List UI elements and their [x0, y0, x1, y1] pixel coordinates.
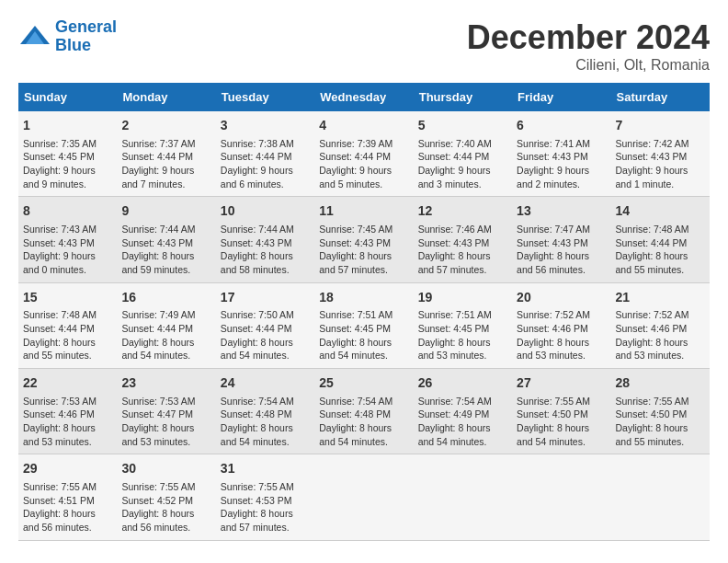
calendar-cell: 9 Sunrise: 7:44 AM Sunset: 4:43 PM Dayli… [117, 197, 215, 282]
sunset-label: Sunset: 4:50 PM [517, 408, 588, 419]
sunset-label: Sunset: 4:45 PM [23, 151, 95, 162]
calendar-cell: 29 Sunrise: 7:55 AM Sunset: 4:51 PM Dayl… [18, 454, 117, 540]
day-number: 23 [121, 374, 210, 393]
calendar-cell: 3 Sunrise: 7:38 AM Sunset: 4:44 PM Dayli… [216, 111, 314, 197]
sunrise-label: Sunrise: 7:42 AM [616, 138, 689, 149]
day-number: 19 [418, 289, 507, 307]
calendar-cell [414, 454, 512, 540]
location-title: Cilieni, Olt, Romania [467, 57, 710, 74]
day-number: 27 [517, 374, 606, 393]
sunset-label: Sunset: 4:43 PM [418, 237, 490, 248]
day-number: 18 [319, 289, 408, 307]
day-number: 12 [418, 202, 507, 221]
sunrise-label: Sunrise: 7:48 AM [616, 224, 689, 235]
calendar-cell [611, 454, 710, 540]
day-number: 30 [121, 460, 210, 478]
sunrise-label: Sunrise: 7:48 AM [23, 309, 97, 320]
col-sunday: Sunday [18, 83, 117, 111]
daylight-label: Daylight: 8 hours and 55 minutes. [616, 250, 688, 275]
daylight-label: Daylight: 8 hours and 56 minutes. [517, 250, 589, 275]
sunrise-label: Sunrise: 7:51 AM [418, 309, 492, 320]
sunrise-label: Sunrise: 7:45 AM [319, 224, 392, 235]
day-number: 11 [319, 202, 408, 221]
month-title: December 2024 [467, 18, 710, 57]
calendar-cell: 12 Sunrise: 7:46 AM Sunset: 4:43 PM Dayl… [414, 197, 512, 282]
daylight-label: Daylight: 8 hours and 54 minutes. [319, 337, 392, 362]
day-number: 10 [221, 202, 310, 221]
calendar-cell: 26 Sunrise: 7:54 AM Sunset: 4:49 PM Dayl… [414, 369, 512, 454]
calendar-cell: 8 Sunrise: 7:43 AM Sunset: 4:43 PM Dayli… [18, 197, 117, 282]
sunrise-label: Sunrise: 7:44 AM [221, 224, 294, 235]
day-number: 6 [517, 117, 606, 135]
sunset-label: Sunset: 4:47 PM [121, 408, 193, 419]
sunrise-label: Sunrise: 7:43 AM [23, 224, 97, 235]
sunrise-label: Sunrise: 7:55 AM [23, 481, 97, 492]
sunset-label: Sunset: 4:53 PM [221, 495, 292, 506]
calendar-cell: 1 Sunrise: 7:35 AM Sunset: 4:45 PM Dayli… [18, 111, 117, 197]
day-number: 20 [517, 289, 606, 307]
sunrise-label: Sunrise: 7:41 AM [517, 138, 590, 149]
day-number: 22 [23, 374, 112, 393]
sunrise-label: Sunrise: 7:37 AM [121, 138, 195, 149]
col-tuesday: Tuesday [216, 83, 314, 111]
daylight-label: Daylight: 9 hours and 9 minutes. [23, 165, 96, 190]
col-monday: Monday [117, 83, 215, 111]
daylight-label: Daylight: 9 hours and 0 minutes. [23, 250, 96, 275]
day-number: 26 [418, 374, 507, 393]
daylight-label: Daylight: 8 hours and 54 minutes. [517, 422, 589, 447]
daylight-label: Daylight: 8 hours and 53 minutes. [23, 422, 96, 447]
calendar-cell: 2 Sunrise: 7:37 AM Sunset: 4:44 PM Dayli… [117, 111, 215, 197]
sunrise-label: Sunrise: 7:50 AM [221, 309, 294, 320]
sunrise-label: Sunrise: 7:46 AM [418, 224, 492, 235]
sunset-label: Sunset: 4:44 PM [221, 323, 292, 334]
calendar-cell: 21 Sunrise: 7:52 AM Sunset: 4:46 PM Dayl… [611, 282, 710, 368]
daylight-label: Daylight: 8 hours and 53 minutes. [616, 337, 688, 362]
daylight-label: Daylight: 8 hours and 54 minutes. [418, 422, 491, 447]
day-number: 15 [23, 289, 112, 307]
daylight-label: Daylight: 8 hours and 54 minutes. [121, 337, 194, 362]
logo-text: General Blue [55, 18, 117, 55]
logo-blue-word: Blue [55, 36, 91, 54]
sunset-label: Sunset: 4:48 PM [221, 408, 292, 419]
calendar-cell: 14 Sunrise: 7:48 AM Sunset: 4:44 PM Dayl… [611, 197, 710, 282]
sunset-label: Sunset: 4:43 PM [121, 237, 193, 248]
daylight-label: Daylight: 8 hours and 53 minutes. [517, 337, 589, 362]
calendar-week-row: 29 Sunrise: 7:55 AM Sunset: 4:51 PM Dayl… [18, 454, 710, 540]
daylight-label: Daylight: 9 hours and 2 minutes. [517, 165, 589, 190]
sunset-label: Sunset: 4:46 PM [517, 323, 588, 334]
logo-icon [18, 24, 51, 50]
calendar-cell: 23 Sunrise: 7:53 AM Sunset: 4:47 PM Dayl… [117, 369, 215, 454]
daylight-label: Daylight: 9 hours and 1 minute. [616, 165, 688, 190]
sunset-label: Sunset: 4:46 PM [23, 408, 95, 419]
calendar-cell: 25 Sunrise: 7:54 AM Sunset: 4:48 PM Dayl… [314, 369, 413, 454]
sunrise-label: Sunrise: 7:54 AM [319, 396, 392, 407]
calendar-cell: 30 Sunrise: 7:55 AM Sunset: 4:52 PM Dayl… [117, 454, 215, 540]
calendar-cell [512, 454, 610, 540]
sunset-label: Sunset: 4:50 PM [616, 408, 688, 419]
sunset-label: Sunset: 4:44 PM [418, 151, 490, 162]
sunset-label: Sunset: 4:44 PM [319, 151, 391, 162]
day-number: 31 [221, 460, 310, 478]
header: General Blue December 2024 Cilieni, Olt,… [18, 18, 710, 74]
sunrise-label: Sunrise: 7:54 AM [418, 396, 492, 407]
sunrise-label: Sunrise: 7:39 AM [319, 138, 392, 149]
calendar-cell: 6 Sunrise: 7:41 AM Sunset: 4:43 PM Dayli… [512, 111, 610, 197]
daylight-label: Daylight: 8 hours and 55 minutes. [616, 422, 688, 447]
daylight-label: Daylight: 8 hours and 57 minutes. [221, 508, 293, 533]
calendar-cell: 15 Sunrise: 7:48 AM Sunset: 4:44 PM Dayl… [18, 282, 117, 368]
sunset-label: Sunset: 4:43 PM [517, 151, 588, 162]
calendar-week-row: 1 Sunrise: 7:35 AM Sunset: 4:45 PM Dayli… [18, 111, 710, 197]
day-number: 24 [221, 374, 310, 393]
calendar-cell [314, 454, 413, 540]
daylight-label: Daylight: 9 hours and 5 minutes. [319, 165, 392, 190]
col-wednesday: Wednesday [314, 83, 413, 111]
daylight-label: Daylight: 8 hours and 53 minutes. [418, 337, 491, 362]
day-number: 8 [23, 202, 112, 221]
calendar-cell: 5 Sunrise: 7:40 AM Sunset: 4:44 PM Dayli… [414, 111, 512, 197]
daylight-label: Daylight: 8 hours and 59 minutes. [121, 250, 194, 275]
calendar-cell: 7 Sunrise: 7:42 AM Sunset: 4:43 PM Dayli… [611, 111, 710, 197]
day-number: 1 [23, 117, 112, 135]
daylight-label: Daylight: 8 hours and 58 minutes. [221, 250, 293, 275]
day-number: 14 [616, 202, 705, 221]
sunset-label: Sunset: 4:48 PM [319, 408, 391, 419]
